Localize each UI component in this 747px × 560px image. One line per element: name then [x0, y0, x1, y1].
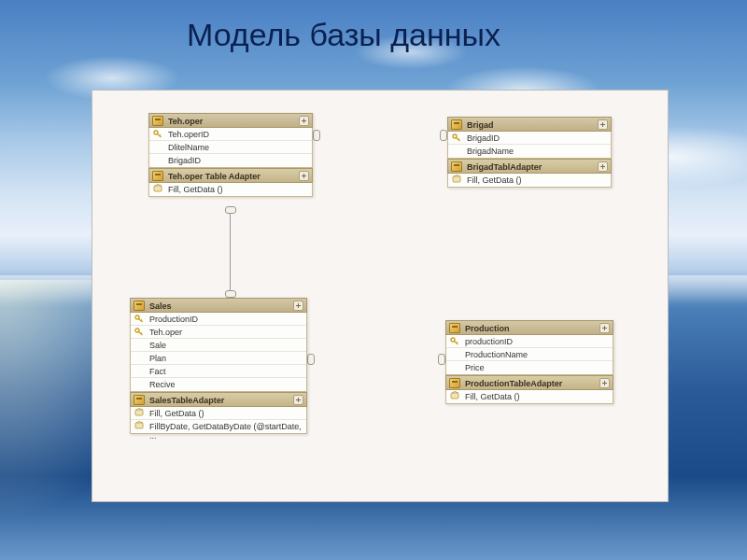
field-row[interactable]: Teh.oper [131, 326, 306, 339]
key-icon [134, 328, 144, 336]
adapter-title: SalesTableAdapter [149, 396, 224, 405]
adapter-title: BrigadTablAdapter [467, 162, 542, 172]
entity-header[interactable]: Sales [130, 298, 307, 313]
adapter-title: Teh.oper Table Adapter [168, 172, 261, 181]
expand-icon[interactable] [299, 171, 309, 181]
table-icon [134, 301, 145, 311]
entity-sales[interactable]: SalesProductionIDTeh.operSalePlanFactRec… [130, 298, 307, 434]
expand-icon[interactable] [599, 323, 610, 333]
field-row[interactable]: BrigadID [149, 154, 312, 167]
field-row[interactable]: ProductionName [446, 348, 613, 361]
expand-icon[interactable] [599, 378, 610, 388]
adapter-header[interactable]: SalesTableAdapter [130, 392, 307, 407]
adapter-methods: Fill, GetData () [447, 174, 612, 188]
entity-production[interactable]: ProductionproductionIDProductionNamePric… [445, 320, 613, 404]
method-icon [450, 391, 459, 399]
adapter-methods: Fill, GetData ()FillByDate, GetDataByDat… [130, 407, 307, 434]
adapter-methods: Fill, GetData () [445, 390, 613, 404]
svg-point-5 [135, 329, 139, 332]
field-name: BrigadName [467, 147, 514, 156]
method-row[interactable]: Fill, GetData () [131, 407, 306, 420]
connector-sales-production [307, 352, 445, 367]
svg-point-4 [135, 315, 139, 319]
field-row[interactable]: Plan [131, 352, 306, 365]
method-name: FillByDate, GetDataByDate (@startDate, .… [149, 422, 302, 441]
expand-icon[interactable] [293, 395, 303, 405]
method-row[interactable]: Fill, GetData () [149, 183, 312, 196]
field-row[interactable]: Price [446, 361, 613, 374]
expand-icon[interactable] [598, 119, 608, 130]
svg-point-2 [453, 134, 457, 138]
table-icon [152, 116, 163, 126]
svg-rect-9 [451, 393, 458, 399]
field-name: ProductionID [149, 315, 198, 324]
entity-header[interactable]: Production [445, 320, 613, 335]
svg-rect-3 [453, 176, 460, 182]
field-row[interactable]: DlitelName [149, 141, 312, 154]
expand-icon[interactable] [293, 301, 303, 311]
adapter-icon [134, 395, 145, 405]
method-icon [134, 421, 144, 429]
field-row[interactable]: Recive [131, 378, 306, 391]
field-name: Teh.oper [149, 328, 182, 337]
method-name: Fill, GetData () [149, 409, 204, 418]
field-row[interactable]: BrigadName [448, 145, 611, 158]
key-icon [134, 315, 144, 323]
connector-sales-tehoper [223, 206, 236, 298]
entity-fields: Teh.operIDDlitelNameBrigadID [148, 128, 313, 168]
method-icon [134, 408, 144, 416]
field-row[interactable]: Fact [131, 365, 306, 378]
connector-tehoper-brigad [313, 128, 447, 143]
method-name: Fill, GetData () [467, 175, 522, 185]
table-icon [451, 119, 462, 130]
method-row[interactable]: Fill, GetData () [448, 174, 611, 187]
entity-fields: productionIDProductionNamePrice [445, 335, 613, 375]
field-name: Teh.operID [168, 130, 209, 139]
entity-fields: BrigadIDBrigadName [447, 132, 612, 159]
entity-tehoper[interactable]: Teh.operTeh.operIDDlitelNameBrigadIDTeh.… [148, 113, 313, 197]
method-name: Fill, GetData () [465, 392, 520, 401]
field-name: Price [465, 363, 485, 372]
field-name: BrigadID [168, 156, 201, 165]
entity-header[interactable]: Teh.oper [148, 113, 313, 128]
method-icon [153, 184, 162, 192]
field-name: Recive [149, 380, 176, 389]
entity-title: Brigad [467, 120, 494, 130]
key-icon [452, 133, 461, 142]
diagram-canvas: Teh.operTeh.operIDDlitelNameBrigadIDTeh.… [92, 90, 669, 502]
field-name: DlitelName [168, 143, 209, 152]
adapter-icon [449, 378, 460, 388]
adapter-header[interactable]: Teh.oper Table Adapter [148, 168, 313, 183]
adapter-header[interactable]: BrigadTablAdapter [447, 159, 612, 174]
key-icon [450, 337, 459, 345]
field-row[interactable]: productionID [446, 335, 613, 348]
method-row[interactable]: FillByDate, GetDataByDate (@startDate, .… [131, 420, 306, 433]
entity-title: Teh.oper [168, 117, 203, 126]
svg-point-8 [451, 338, 455, 342]
svg-rect-6 [135, 410, 143, 415]
field-name: productionID [465, 337, 513, 346]
svg-point-0 [154, 131, 158, 134]
method-icon [452, 175, 461, 183]
field-row[interactable]: Sale [131, 339, 306, 352]
slide-title: Модель базы данных [187, 17, 500, 53]
svg-rect-1 [154, 186, 162, 191]
field-name: Fact [149, 367, 166, 376]
table-icon [449, 323, 460, 333]
field-row[interactable]: ProductionID [131, 313, 306, 326]
method-row[interactable]: Fill, GetData () [446, 390, 613, 403]
key-icon [153, 130, 162, 138]
expand-icon[interactable] [598, 161, 608, 172]
field-row[interactable]: BrigadID [448, 132, 611, 145]
field-name: BrigadID [467, 133, 500, 143]
expand-icon[interactable] [299, 116, 309, 126]
adapter-header[interactable]: ProductionTableAdapter [445, 375, 613, 390]
field-row[interactable]: Teh.operID [149, 128, 312, 141]
entity-header[interactable]: Brigad [447, 117, 612, 132]
entity-brigad[interactable]: BrigadBrigadIDBrigadNameBrigadTablAdapte… [447, 117, 612, 188]
field-name: Plan [149, 354, 166, 363]
field-name: Sale [149, 341, 166, 350]
entity-title: Production [465, 324, 510, 333]
adapter-title: ProductionTableAdapter [465, 379, 562, 388]
adapter-icon [451, 161, 462, 172]
